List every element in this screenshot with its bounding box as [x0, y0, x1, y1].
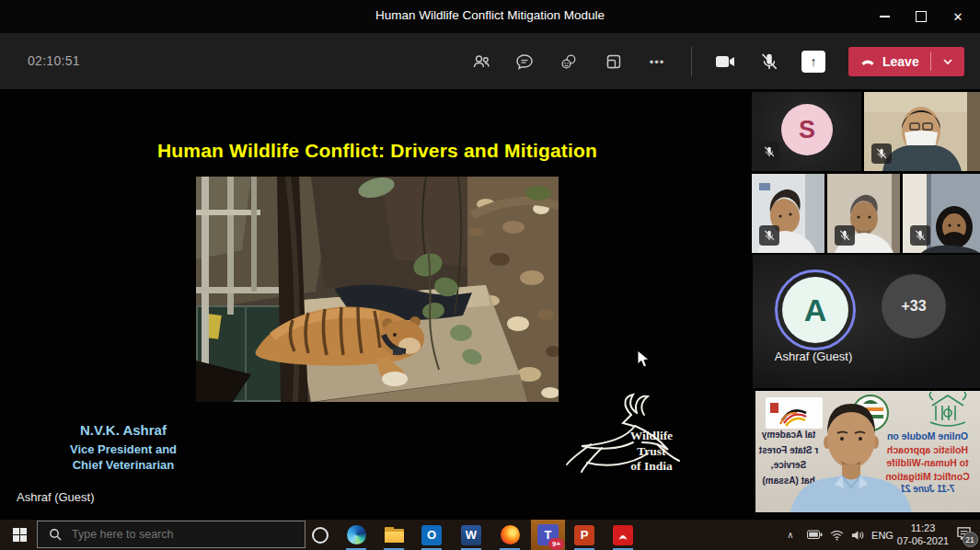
slide-title: Human Wildlife Conflict: Drivers and Mit…	[55, 140, 699, 162]
taskbar-powerpoint-button[interactable]: P	[571, 520, 597, 550]
start-button[interactable]	[6, 520, 33, 550]
camera-button[interactable]	[709, 45, 742, 78]
chevron-up-icon: ∧	[787, 530, 793, 540]
presenter-webcam-tile[interactable]: tal Academy r State Forest Service, hat …	[753, 391, 980, 518]
meeting-toolbar: 02:10:51	[0, 33, 980, 89]
powerpoint-icon: P	[574, 525, 594, 545]
minimize-icon	[880, 16, 890, 17]
participant-tile-man-3[interactable]	[903, 174, 980, 253]
minimize-button[interactable]	[866, 0, 903, 33]
taskbar-word-button[interactable]: W	[458, 520, 484, 550]
cortana-button[interactable]	[307, 520, 333, 550]
hangup-icon	[859, 53, 876, 70]
mic-muted-badge	[835, 225, 855, 246]
share-screen-button[interactable]: ↑	[801, 51, 825, 73]
wildlife-trust-logo-text: Wildlife Trust of India	[615, 429, 688, 475]
reactions-icon	[559, 52, 579, 72]
slide-photo-tiger-in-cage	[196, 177, 559, 402]
cortana-icon	[312, 527, 329, 544]
chat-button[interactable]	[508, 45, 541, 78]
overflow-participants-button[interactable]: +33	[882, 274, 946, 338]
participant-audio-zone: A +33 Ashraf (Guest)	[753, 255, 980, 388]
tray-network-button[interactable]	[826, 520, 847, 550]
mic-muted-badge	[759, 142, 779, 162]
participants-button[interactable]	[465, 45, 498, 78]
mic-muted-badge	[910, 225, 930, 246]
tray-show-hidden-icons-button[interactable]: ∧	[780, 520, 801, 550]
mic-muted-icon	[914, 229, 927, 242]
tray-time: 11:23	[894, 522, 951, 535]
tray-battery-button[interactable]	[803, 520, 825, 550]
leave-button[interactable]: Leave	[848, 47, 964, 76]
reactions-button[interactable]	[552, 45, 585, 78]
mic-muted-icon	[838, 229, 851, 242]
taskbar-firefox-button[interactable]	[497, 520, 523, 550]
outlook-icon: O	[421, 525, 442, 545]
teams-notification-badge: 9+	[548, 538, 564, 550]
meeting-timer: 02:10:51	[28, 53, 80, 68]
taskbar-outlook-button[interactable]: O	[419, 520, 444, 550]
mic-muted-icon	[763, 229, 776, 242]
leave-options-button[interactable]	[931, 58, 964, 65]
maximize-icon	[916, 11, 927, 22]
language-indicator: ENG	[871, 530, 894, 541]
participant-tile-s[interactable]: S	[752, 92, 861, 171]
close-icon: ✕	[953, 10, 963, 24]
mic-muted-icon	[759, 52, 779, 72]
slide-presenter-block: N.V.K. Ashraf Vice President and Chief V…	[51, 422, 196, 473]
firefox-icon	[501, 525, 520, 544]
participant-tile-man-1[interactable]	[752, 174, 824, 253]
chat-icon	[514, 52, 535, 72]
speaking-indicator-ring[interactable]: A	[775, 269, 856, 350]
edge-icon	[347, 525, 366, 544]
screen-share-presenter-label: Ashraf (Guest)	[17, 490, 95, 504]
slide-presenter-role-2: Chief Veterinarian	[51, 457, 196, 473]
tray-language-button[interactable]: ENG	[869, 520, 896, 550]
wti-line-3: of India	[615, 459, 688, 475]
windows-logo-icon	[13, 528, 27, 542]
avatar-s: S	[781, 104, 833, 155]
titlebar: Human Wildlife Conflict Mitigation Modul…	[0, 0, 980, 33]
share-arrow-icon: ↑	[811, 54, 817, 69]
breakout-rooms-button[interactable]	[597, 45, 630, 78]
breakout-rooms-icon	[604, 52, 624, 72]
window-controls: ✕	[866, 0, 976, 33]
window-title: Human Wildlife Conflict Mitigation Modul…	[0, 8, 980, 22]
mic-muted-badge	[759, 225, 779, 246]
word-icon: W	[461, 525, 481, 545]
taskbar-file-explorer-button[interactable]	[381, 520, 407, 550]
leave-label: Leave	[882, 54, 919, 69]
teams-meeting-window: Human Wildlife Conflict Mitigation Modul…	[0, 0, 980, 550]
search-input[interactable]	[70, 527, 276, 542]
presentation-stage: Human Wildlife Conflict: Drivers and Mit…	[0, 89, 980, 520]
maximize-button[interactable]	[903, 0, 940, 33]
more-options-button[interactable]: •••	[640, 45, 674, 78]
chevron-down-icon	[942, 58, 953, 65]
wti-line-2: Trust	[615, 444, 688, 460]
tray-clock[interactable]: 11:23 07-06-2021	[894, 522, 951, 547]
toolbar-divider	[691, 47, 692, 76]
tray-volume-button[interactable]	[847, 520, 869, 550]
wifi-icon	[830, 530, 844, 541]
tray-date: 07-06-2021	[894, 535, 951, 548]
participant-tile-man-2[interactable]	[827, 174, 900, 253]
wti-line-1: Wildlife	[615, 429, 688, 444]
mic-muted-icon	[763, 145, 776, 158]
close-button[interactable]: ✕	[940, 0, 976, 33]
slide-presenter-role-1: Vice President and	[51, 441, 196, 457]
acrobat-icon	[613, 525, 633, 545]
avatar-a: A	[782, 277, 848, 343]
participant-tile-masked-man[interactable]	[864, 92, 980, 171]
taskbar-acrobat-button[interactable]	[610, 520, 636, 550]
action-center-button[interactable]: 21	[950, 520, 977, 550]
notification-count-badge: 21	[963, 532, 978, 547]
participant-name-label: Ashraf (Guest)	[753, 349, 874, 363]
mic-muted-badge	[871, 143, 892, 164]
participants-icon	[471, 52, 491, 72]
taskbar-search[interactable]	[37, 521, 306, 548]
battery-icon	[807, 530, 823, 540]
search-icon	[49, 528, 62, 541]
taskbar-edge-button[interactable]	[343, 520, 369, 550]
taskbar-teams-button[interactable]: T 9+	[531, 520, 565, 550]
mic-muted-button[interactable]	[753, 45, 786, 78]
